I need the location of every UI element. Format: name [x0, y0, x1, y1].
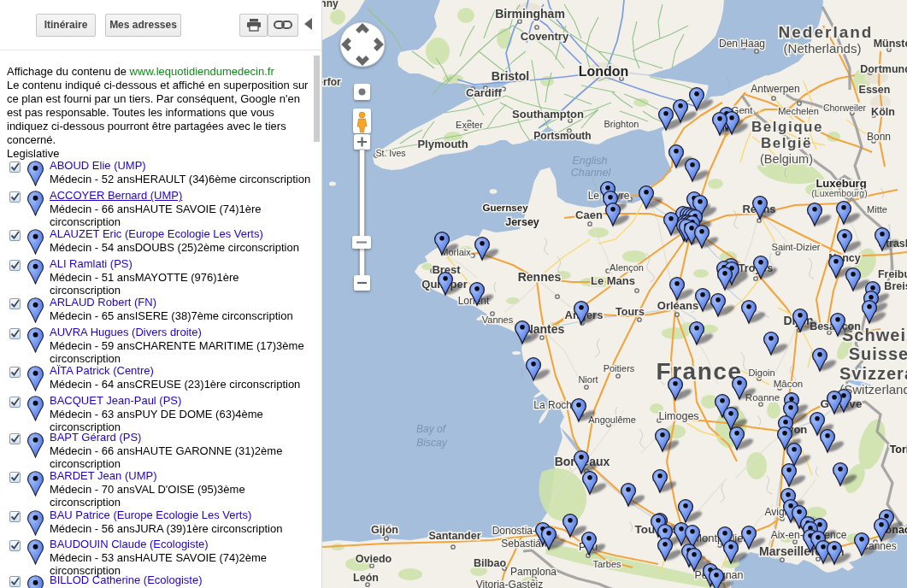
svg-text:Gijón: Gijón	[371, 524, 398, 536]
svg-text:nny: nny	[320, 0, 339, 9]
svg-text:Niort: Niort	[578, 374, 598, 385]
svg-text:Freibu: Freibu	[878, 268, 907, 280]
svg-text:Bilbao: Bilbao	[474, 557, 507, 569]
svg-text:London: London	[579, 64, 629, 79]
svg-text:Guernsey: Guernsey	[482, 203, 528, 213]
svg-text:Channel: Channel	[571, 167, 612, 179]
svg-text:Biscay: Biscay	[416, 437, 447, 449]
svg-text:St. Ives: St. Ives	[375, 148, 405, 158]
svg-text:Mâcon: Mâcon	[774, 379, 804, 389]
svg-text:Nantes: Nantes	[525, 322, 565, 336]
svg-text:Breis: Breis	[884, 280, 907, 292]
svg-text:Saint-Dizier: Saint-Dizier	[772, 242, 821, 252]
svg-text:Le Mans: Le Mans	[591, 274, 635, 287]
svg-text:Dortmund: Dortmund	[860, 63, 907, 75]
svg-text:Southampton: Southampton	[512, 108, 584, 121]
svg-text:Poitiers: Poitiers	[604, 363, 635, 373]
svg-text:Bay of: Bay of	[416, 423, 447, 435]
svg-text:Svizzera: Svizzera	[839, 364, 907, 383]
svg-text:León: León	[353, 572, 379, 584]
svg-text:Belgique: Belgique	[751, 119, 823, 135]
svg-text:Angoulême: Angoulême	[588, 415, 636, 425]
svg-text:Birmingham: Birmingham	[495, 7, 565, 21]
svg-text:Jersey: Jersey	[505, 216, 539, 228]
svg-text:Vannes: Vannes	[482, 315, 514, 325]
svg-text:Tori: Tori	[890, 444, 907, 456]
svg-text:(Belgium): (Belgium)	[760, 152, 813, 166]
svg-text:Tarbes: Tarbes	[592, 559, 621, 569]
svg-text:Den Haag: Den Haag	[719, 38, 765, 50]
svg-text:Antwerpen: Antwerpen	[751, 83, 799, 95]
svg-text:Limoges: Limoges	[658, 410, 698, 422]
svg-text:Suisse: Suisse	[849, 344, 907, 363]
svg-text:Plymouth: Plymouth	[417, 138, 468, 150]
svg-text:Caen: Caen	[575, 209, 603, 221]
svg-text:Rennes: Rennes	[518, 270, 562, 284]
svg-text:Oviedo: Oviedo	[356, 553, 392, 565]
svg-text:Coventry: Coventry	[521, 30, 569, 43]
svg-text:Digoin: Digoin	[748, 368, 774, 378]
svg-text:Bonn: Bonn	[867, 131, 891, 143]
svg-text:(Netherlands): (Netherlands)	[784, 41, 862, 56]
svg-text:Pamplona: Pamplona	[510, 566, 557, 578]
svg-text:Bristol: Bristol	[492, 69, 529, 83]
svg-text:Exeter: Exeter	[456, 120, 483, 130]
svg-text:Münster: Münster	[874, 38, 907, 50]
svg-text:Chorweiler: Chorweiler	[823, 103, 867, 113]
svg-text:Mitte: Mitte	[867, 204, 887, 215]
svg-text:België: België	[761, 135, 812, 151]
svg-text:Santander: Santander	[428, 530, 480, 542]
svg-text:Alençon: Alençon	[610, 262, 644, 273]
svg-text:Mechelen: Mechelen	[778, 106, 819, 116]
svg-text:Tours: Tours	[615, 306, 645, 318]
svg-text:English: English	[573, 155, 608, 167]
svg-text:Orléans: Orléans	[657, 299, 698, 312]
svg-text:Nederland: Nederland	[779, 23, 874, 41]
svg-text:Köln: Köln	[871, 106, 895, 118]
svg-text:Vitoria-Gasteiz: Vitoria-Gasteiz	[476, 579, 543, 588]
svg-text:Portsmouth: Portsmouth	[533, 130, 591, 142]
svg-text:Essen: Essen	[859, 84, 891, 96]
svg-text:Brighton: Brighton	[604, 119, 639, 129]
svg-text:Marseille: Marseille	[759, 544, 810, 558]
svg-text:Cardiff: Cardiff	[466, 86, 503, 99]
svg-text:(Luxembourg): (Luxembourg)	[811, 188, 867, 198]
